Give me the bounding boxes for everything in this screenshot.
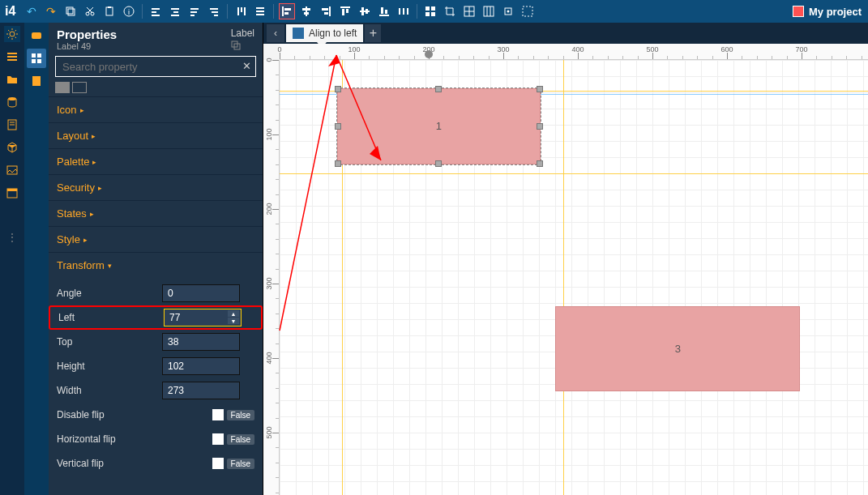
section-layout[interactable]: Layout▸	[49, 122, 263, 148]
rail1-image-icon[interactable]	[4, 162, 20, 178]
copy-small-icon[interactable]	[231, 41, 241, 50]
section-security[interactable]: Security▸	[49, 174, 263, 200]
clipboard-icon[interactable]	[101, 3, 118, 19]
svg-rect-23	[241, 7, 242, 12]
disableflip-toggle[interactable]: False	[212, 409, 254, 420]
tab-add-button[interactable]: +	[365, 24, 381, 42]
arrange-3-icon[interactable]	[186, 3, 203, 19]
svg-rect-1	[68, 9, 75, 15]
shape-label-1[interactable]: 1	[337, 88, 541, 164]
svg-rect-61	[523, 6, 532, 16]
angle-input[interactable]	[162, 284, 240, 302]
view-grid-icon[interactable]	[72, 82, 87, 93]
left-spin-down[interactable]: ▼	[228, 318, 239, 324]
svg-rect-17	[190, 11, 197, 13]
info-icon[interactable]: i	[121, 3, 137, 19]
svg-rect-44	[381, 7, 383, 14]
svg-rect-74	[32, 53, 36, 58]
disableflip-label: Disable flip	[57, 409, 162, 420]
vflip-toggle[interactable]: False	[212, 458, 254, 469]
canvas-workspace[interactable]: 1 3	[280, 60, 868, 495]
section-states[interactable]: States▸	[49, 200, 263, 226]
cut-icon[interactable]	[82, 3, 98, 19]
svg-rect-77	[37, 59, 41, 63]
shape-label-3[interactable]: 3	[555, 306, 800, 392]
rail1-db-icon[interactable]	[4, 94, 20, 110]
tab-back-button[interactable]: ‹	[267, 24, 284, 42]
hflip-toggle[interactable]: False	[212, 433, 254, 445]
align-left-button[interactable]	[279, 3, 295, 19]
rail1-folder-icon[interactable]	[4, 71, 20, 87]
project-badge[interactable]: My project	[793, 6, 862, 18]
resize-handle[interactable]	[435, 160, 442, 167]
crop-icon[interactable]	[442, 3, 458, 19]
resize-handle[interactable]	[435, 86, 442, 92]
rail1-more-icon[interactable]: ⋮	[7, 232, 18, 243]
redo-button[interactable]: ↷	[43, 3, 59, 19]
resize-handle[interactable]	[335, 86, 341, 92]
view-list-icon[interactable]	[55, 82, 70, 93]
undo-button[interactable]: ↶	[24, 3, 40, 19]
rail1-cube-icon[interactable]	[4, 139, 20, 156]
resize-handle[interactable]	[537, 123, 543, 130]
rail2-tree-icon[interactable]	[27, 49, 46, 68]
search-input[interactable]	[55, 56, 256, 77]
distribute-h-button[interactable]	[396, 3, 412, 19]
width-label: Width	[57, 385, 162, 396]
search-clear-icon[interactable]: ✕	[242, 60, 251, 72]
svg-rect-10	[152, 8, 160, 10]
grid2-icon[interactable]	[461, 3, 477, 19]
svg-rect-34	[329, 6, 331, 16]
svg-rect-36	[324, 12, 328, 15]
svg-rect-45	[385, 10, 387, 14]
width-input[interactable]	[162, 382, 240, 399]
section-palette[interactable]: Palette▸	[49, 148, 263, 174]
rail1-list-icon[interactable]	[4, 49, 20, 65]
svg-rect-31	[306, 6, 307, 16]
svg-rect-50	[431, 6, 435, 11]
hflip-label: Horizontal flip	[57, 433, 162, 445]
svg-rect-65	[7, 59, 17, 61]
section-transform[interactable]: Transform▾	[49, 252, 263, 278]
rail1-gear-icon[interactable]	[4, 26, 20, 42]
rail2-notes-icon[interactable]	[27, 71, 46, 91]
section-style[interactable]: Style▸	[49, 226, 263, 252]
valign-2-icon[interactable]	[252, 3, 268, 19]
resize-handle[interactable]	[335, 123, 341, 130]
svg-rect-25	[256, 11, 264, 12]
align-right-button[interactable]	[318, 3, 334, 19]
resize-handle[interactable]	[537, 86, 543, 92]
svg-text:i: i	[128, 8, 130, 16]
snap-icon[interactable]	[500, 3, 516, 19]
height-input[interactable]	[162, 357, 240, 375]
section-icon[interactable]: Icon▸	[49, 96, 263, 122]
align-center-v-button[interactable]	[357, 3, 373, 19]
align-center-h-button[interactable]	[298, 3, 314, 19]
svg-rect-35	[322, 8, 328, 11]
svg-rect-41	[361, 7, 364, 15]
svg-rect-51	[425, 12, 430, 16]
valign-1-icon[interactable]	[233, 3, 249, 19]
resize-handle[interactable]	[335, 160, 341, 167]
rail1-doc-icon[interactable]	[4, 117, 20, 133]
svg-rect-26	[256, 7, 264, 9]
top-input[interactable]	[162, 333, 240, 351]
grid3-icon[interactable]	[481, 3, 497, 19]
grid-icon[interactable]	[422, 3, 438, 19]
svg-rect-29	[284, 8, 291, 11]
left-spin-up[interactable]: ▲	[228, 310, 239, 317]
left-label: Left	[58, 312, 164, 323]
svg-rect-38	[342, 9, 344, 15]
svg-rect-20	[212, 11, 218, 13]
bounds-icon[interactable]	[520, 3, 536, 19]
svg-rect-43	[379, 15, 389, 16]
arrange-4-icon[interactable]	[206, 3, 222, 19]
rail1-calendar-icon[interactable]	[4, 185, 20, 201]
rail2-palette-icon[interactable]	[27, 26, 46, 45]
copy-icon[interactable]	[62, 3, 79, 19]
arrange-1-icon[interactable]	[148, 3, 164, 19]
arrange-2-icon[interactable]	[167, 3, 183, 19]
align-bottom-button[interactable]	[376, 3, 392, 19]
align-top-button[interactable]	[337, 3, 353, 19]
resize-handle[interactable]	[537, 160, 543, 167]
